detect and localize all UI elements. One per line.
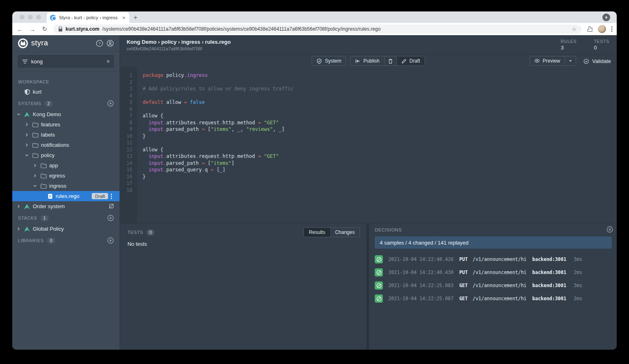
code-line-6[interactable] <box>143 106 617 113</box>
bookmark-star-icon[interactable]: ☆ <box>572 26 577 32</box>
item-label: egress <box>49 173 65 179</box>
sidebar-item-policy[interactable]: policy <box>12 150 120 160</box>
decisions-panel-title: DECISIONS <box>375 227 402 232</box>
publish-button[interactable]: Publish <box>350 56 384 66</box>
forward-button[interactable]: → <box>29 26 36 33</box>
sidebar-item-egress[interactable]: egress <box>12 171 120 181</box>
add-libraries-button[interactable] <box>107 237 114 244</box>
chevron-right-icon[interactable] <box>24 142 29 148</box>
preview-dropdown-button[interactable] <box>565 56 576 66</box>
system-button[interactable]: System <box>312 56 346 66</box>
chevron-right-icon[interactable] <box>24 122 29 128</box>
sidebar-item-ingress[interactable]: ingress <box>12 181 120 191</box>
tab-results[interactable]: Results <box>304 228 330 237</box>
code-line-16[interactable]: } <box>143 173 617 180</box>
sidebar-item-rules-rego[interactable]: rules.regoDraft <box>12 191 120 201</box>
code-line-10[interactable]: } <box>143 133 617 140</box>
url-field[interactable]: kurt.styra.com/systems/ce90b438e2464111a… <box>53 25 581 34</box>
code-line-17[interactable] <box>143 180 617 187</box>
code-line-4[interactable] <box>143 92 617 99</box>
account-icon[interactable] <box>106 40 114 47</box>
code-line-9[interactable]: input.parsed_path = ["items", _, "review… <box>143 126 617 133</box>
system-icon <box>24 226 30 232</box>
close-window-button[interactable] <box>20 15 25 20</box>
code-line-18[interactable] <box>143 187 617 194</box>
code-line-11[interactable] <box>143 139 617 146</box>
section-label: LIBRARIES <box>18 238 44 243</box>
sidebar-item-labels[interactable]: labels <box>12 130 120 140</box>
clear-search-icon[interactable]: × <box>106 58 110 65</box>
chevron-down-icon[interactable]: ▼ <box>602 13 610 21</box>
code-line-13[interactable]: input.attributes.request.http.method = "… <box>143 153 617 160</box>
decision-server: backend:3001 <box>532 283 566 288</box>
chevron-down-icon[interactable] <box>24 153 29 158</box>
profile-avatar[interactable] <box>598 25 606 33</box>
zoom-window-button[interactable] <box>36 15 41 20</box>
code-line-8[interactable]: input.attributes.request.http.method = "… <box>143 119 617 126</box>
chevron-right-icon[interactable] <box>24 132 29 138</box>
section-header-systems: SYSTEMS2 <box>12 97 120 109</box>
decision-row[interactable]: 2021-10-04 14:22:25.087GET/v1/announceme… <box>375 294 613 303</box>
chevron-down-icon[interactable] <box>16 112 21 117</box>
item-menu-kebab-icon[interactable] <box>111 193 116 199</box>
add-stacks-button[interactable] <box>107 215 114 221</box>
sidebar-item-notifications[interactable]: notifications <box>12 140 120 150</box>
window-controls[interactable] <box>12 11 47 23</box>
code-line-1[interactable]: package policy.ingress <box>143 72 617 79</box>
line-number: 14 <box>120 160 132 167</box>
sidebar-item-app[interactable]: app <box>12 160 120 171</box>
chevron-right-icon[interactable] <box>16 226 21 232</box>
minimize-window-button[interactable] <box>28 15 33 20</box>
decision-row[interactable]: 2021-10-04 14:22:25.083GET/v1/announceme… <box>375 281 613 290</box>
sidebar-item-features[interactable]: features <box>12 119 120 130</box>
code-line-7[interactable]: allow { <box>143 112 617 119</box>
sidebar-item-order-system[interactable]: Order system <box>12 201 120 211</box>
code-line-12[interactable]: allow { <box>143 146 617 153</box>
decision-time: 2021-10-04 14:22:25.083 <box>388 283 453 288</box>
code-line-3[interactable]: # Add policy/rules to allow or deny ingr… <box>143 85 617 92</box>
code-line-14[interactable]: input.parsed_path = ["items"] <box>143 160 617 167</box>
chevron-right-icon[interactable] <box>16 204 21 209</box>
folder-icon <box>32 152 38 159</box>
decision-row[interactable]: 2021-10-04 14:22:40.426PUT/v1/announceme… <box>375 255 613 263</box>
reload-button[interactable]: ↻ <box>41 25 48 33</box>
tab-changes[interactable]: Changes <box>330 228 360 237</box>
section-count-badge: 2 <box>45 101 53 107</box>
browser-menu-kebab-icon[interactable] <box>611 26 613 32</box>
decision-server: backend:3001 <box>532 270 566 275</box>
browser-tab[interactable]: Styra - kurt - policy › ingress › × <box>47 12 129 23</box>
code-line-15[interactable]: input.parsed_query.q = [_] <box>143 166 617 173</box>
code-line-2[interactable] <box>143 79 617 86</box>
validate-button[interactable]: Validate <box>583 56 612 66</box>
new-tab-button[interactable]: + <box>129 12 142 23</box>
browser-tab-strip: Styra - kurt - policy › ingress › × + ▼ <box>12 11 617 23</box>
code-line-5[interactable]: default allow = false <box>143 99 617 106</box>
folder-icon <box>32 121 38 128</box>
search-box[interactable]: × <box>18 55 114 67</box>
add-systems-button[interactable] <box>107 100 114 107</box>
code-area[interactable]: package policy.ingress# Add policy/rules… <box>137 67 617 223</box>
decisions-summary-banner[interactable]: 4 samples / 4 changed / 141 replayed <box>375 236 612 249</box>
sidebar-item-global-policy[interactable]: Global Policy <box>12 224 120 234</box>
line-number: 10 <box>120 133 132 140</box>
chevron-right-icon[interactable] <box>32 173 38 179</box>
draft-button-label: Draft <box>410 58 420 64</box>
search-input[interactable] <box>31 58 103 65</box>
chevron-down-icon[interactable] <box>32 183 38 189</box>
draft-button[interactable]: Draft <box>396 56 425 66</box>
preview-button[interactable]: Preview <box>529 56 565 66</box>
decision-row[interactable]: 2021-10-04 14:22:40.430PUT/v1/announceme… <box>375 268 613 276</box>
back-button[interactable]: ← <box>16 26 24 33</box>
close-tab-icon[interactable]: × <box>121 15 126 21</box>
code-editor[interactable]: 123456789101112131415161718 package poli… <box>120 67 617 223</box>
close-decisions-icon[interactable] <box>606 226 613 233</box>
sidebar-item-kurt[interactable]: kurt <box>12 87 120 97</box>
help-icon[interactable]: ? <box>96 40 103 47</box>
chevron-right-icon[interactable] <box>32 163 38 169</box>
discard-draft-button[interactable] <box>384 56 396 66</box>
svg-text:?: ? <box>99 41 101 45</box>
tests-stat-label: TESTS <box>594 39 609 44</box>
sidebar-item-kong-demo[interactable]: Kong Demo <box>12 109 120 119</box>
extensions-puzzle-icon[interactable] <box>586 26 593 32</box>
decision-server: backend:3001 <box>532 296 566 301</box>
